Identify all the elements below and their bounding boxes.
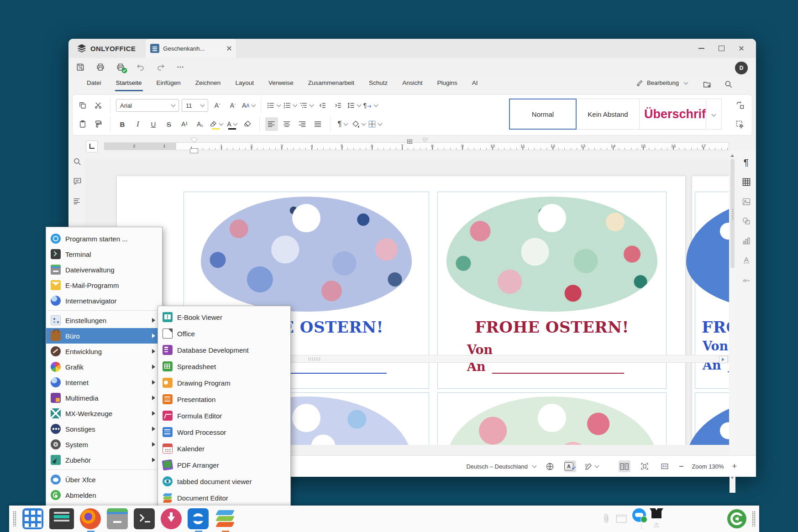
menu-item-mx-werkzeuge[interactable]: MX-Werkzeuge <box>46 406 162 421</box>
fit-width-button[interactable] <box>659 460 671 472</box>
menu-item-zubehoer[interactable]: Zubehör <box>46 452 162 468</box>
style-normal[interactable]: Normal <box>509 99 577 130</box>
underline-button[interactable]: U <box>147 117 160 131</box>
tab-zeichnen[interactable]: Zeichnen <box>194 76 222 90</box>
zoom-out-button[interactable]: − <box>679 462 684 471</box>
chart-settings-icon[interactable] <box>742 236 751 245</box>
zoom-level-label[interactable]: Zoom 130% <box>692 463 724 470</box>
bluetooth-icon[interactable] <box>636 523 642 529</box>
whisker-menu-button[interactable] <box>49 508 74 529</box>
menu-item-system[interactable]: System <box>46 437 162 452</box>
save-button[interactable] <box>76 63 85 72</box>
undo-button[interactable] <box>136 63 145 72</box>
submenu-item-drawing-program[interactable]: Drawing Program <box>158 375 290 391</box>
menu-item-ueber-xfce[interactable]: Über Xfce <box>46 472 162 487</box>
borders-button[interactable] <box>368 117 382 131</box>
workspace-switcher-icon[interactable] <box>616 515 627 523</box>
menu-item-buero[interactable]: Büro <box>46 328 162 344</box>
menu-item-entwicklung[interactable]: Entwicklung <box>46 344 162 359</box>
menu-item-terminal[interactable]: Terminal <box>46 246 162 262</box>
tab-stop-selector[interactable] <box>86 141 98 152</box>
strikethrough-button[interactable]: S <box>163 117 175 131</box>
redo-button[interactable] <box>156 63 165 72</box>
track-changes-button[interactable] <box>584 460 598 472</box>
highlight-color-button[interactable] <box>209 117 223 131</box>
menu-item-abmelden[interactable]: Abmelden <box>46 487 162 503</box>
submenu-item-pdf-arranger[interactable]: PDF Arranger <box>158 457 290 473</box>
set-language-globe-icon[interactable] <box>544 460 556 472</box>
quick-print-button[interactable] <box>116 63 125 72</box>
submenu-item-formula-editor[interactable]: Formula Editor <box>158 407 290 424</box>
clear-formatting-button[interactable] <box>241 117 254 131</box>
submenu-item-office[interactable]: Office <box>158 325 290 342</box>
edit-mode-selector[interactable]: Bearbeitung <box>636 79 688 87</box>
find-icon[interactable] <box>73 157 82 166</box>
scroll-up-icon[interactable] <box>730 152 734 157</box>
open-file-location-icon[interactable] <box>703 80 712 89</box>
decrease-font-button[interactable]: Aˇ <box>226 99 239 112</box>
menu-item-email-programm[interactable]: E-Mail-Programm <box>46 277 162 293</box>
tab-plugins[interactable]: Plugins <box>436 76 458 90</box>
style-kein-abstand[interactable]: Kein Abstand <box>577 99 640 130</box>
spellcheck-button[interactable]: A <box>564 460 576 472</box>
line-spacing-button[interactable] <box>347 99 361 112</box>
tab-ansicht[interactable]: Ansicht <box>401 76 423 90</box>
cut-button[interactable] <box>92 99 105 112</box>
menu-item-programm-starten[interactable]: Programm starten ... <box>46 231 162 246</box>
submenu-item-presentation[interactable]: Presentation <box>158 391 290 407</box>
file-manager-launcher[interactable] <box>107 508 128 529</box>
table-column-marker[interactable] <box>407 139 413 144</box>
submenu-item-spreadsheet[interactable]: Spreadsheet <box>158 358 290 375</box>
scroll-down-icon[interactable] <box>730 476 734 481</box>
clipboard-manager-icon[interactable] <box>602 514 610 524</box>
next-page-button[interactable] <box>719 356 728 363</box>
menu-item-internet[interactable]: Internet <box>46 375 162 390</box>
submenu-item-ebook-viewer[interactable]: E-Book Viewer <box>158 309 290 325</box>
comments-icon[interactable] <box>73 177 82 186</box>
tab-startseite[interactable]: Startseite <box>115 76 143 91</box>
scrollbar-thumb[interactable] <box>730 159 735 268</box>
onlyoffice-launcher[interactable] <box>215 508 236 529</box>
superscript-button[interactable]: A¹ <box>178 117 191 131</box>
language-selector[interactable]: Deutsch – Deutschland <box>466 463 536 470</box>
submenu-item-database-development[interactable]: Database Development <box>158 342 290 358</box>
mx-package-installer-launcher[interactable] <box>161 508 182 529</box>
mx-app-launcher[interactable] <box>188 508 209 529</box>
change-case-button[interactable]: AA <box>242 99 255 112</box>
italic-button[interactable]: I <box>131 117 144 131</box>
table-settings-icon[interactable] <box>742 177 751 187</box>
format-painter-button[interactable] <box>92 117 105 131</box>
hanging-indent-marker[interactable] <box>422 138 428 145</box>
font-name-select[interactable]: Arial <box>116 99 179 112</box>
eject-removable-media-icon[interactable] <box>654 519 659 525</box>
zoom-in-button[interactable]: + <box>732 462 737 471</box>
package-updates-icon[interactable] <box>651 511 662 518</box>
submenu-item-kalender[interactable]: Kalender <box>158 440 290 457</box>
terminal-launcher[interactable] <box>134 508 155 529</box>
cloud-sync-icon[interactable] <box>632 508 646 522</box>
image-settings-icon[interactable] <box>742 197 751 206</box>
replace-button[interactable] <box>734 99 746 112</box>
copy-button[interactable] <box>76 99 89 112</box>
left-indent-marker[interactable] <box>190 148 198 153</box>
align-center-button[interactable] <box>281 117 294 131</box>
menu-item-multimedia[interactable]: Multimedia <box>46 390 162 406</box>
document-tab-close-icon[interactable] <box>227 46 231 51</box>
paste-button[interactable] <box>76 117 89 131</box>
bold-button[interactable]: B <box>116 117 129 131</box>
styles-gallery-expand[interactable] <box>706 99 722 130</box>
show-paragraph-marks-button[interactable]: ¶ <box>336 117 349 131</box>
session-logout-icon[interactable] <box>727 509 746 528</box>
submenu-item-document-editor[interactable]: Document Editor <box>158 490 290 506</box>
tab-layout[interactable]: Layout <box>234 76 255 90</box>
more-actions-button[interactable] <box>176 63 184 71</box>
shape-settings-icon[interactable] <box>742 217 751 226</box>
panel-drag-handle[interactable] <box>13 511 16 527</box>
paragraph-settings-icon[interactable]: ¶ <box>744 158 749 167</box>
font-size-select[interactable]: 11 <box>182 99 208 112</box>
navigation-headings-icon[interactable] <box>73 197 82 205</box>
firefox-launcher[interactable] <box>80 508 101 529</box>
maximize-button[interactable] <box>711 39 731 58</box>
signature-settings-icon[interactable] <box>742 276 751 285</box>
subscript-button[interactable]: A₁ <box>194 117 206 131</box>
